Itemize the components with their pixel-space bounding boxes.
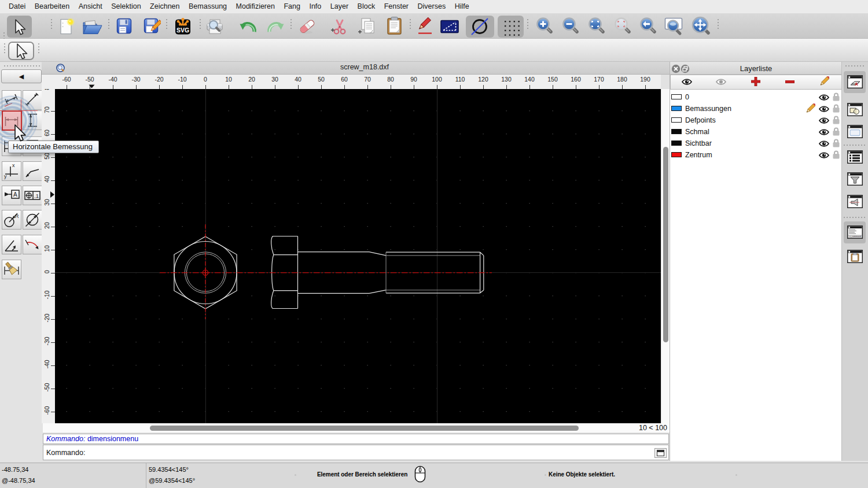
svg-text:SVG: SVG (176, 27, 189, 34)
svg-text:A: A (13, 191, 17, 198)
svg-text:R: R (15, 213, 19, 219)
svg-text:y: y (4, 173, 7, 179)
svg-text:.1: .1 (34, 193, 39, 199)
svg-text:A: A (855, 82, 858, 87)
svg-text:x: x (12, 162, 15, 168)
svg-text:<_command: <_command (849, 235, 861, 238)
